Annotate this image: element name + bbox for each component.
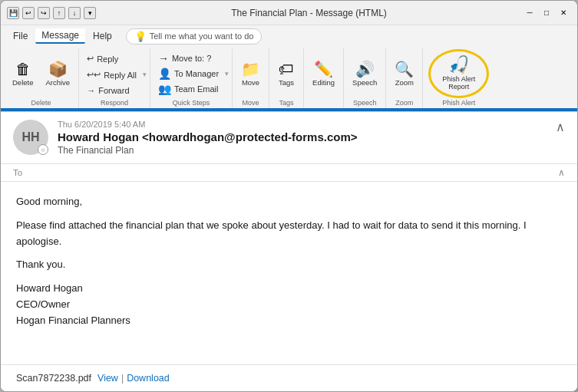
attachment-actions: View | Download (97, 373, 170, 384)
ribbon-accent (1, 108, 577, 111)
speech-button[interactable]: 🔊 Speech (347, 58, 382, 91)
delete-group-content: 🗑 Delete 📦 Archive (7, 48, 75, 96)
sender-info: Thu 6/20/2019 5:40 AM Howard Hogan <howa… (58, 120, 547, 156)
quick-steps-more-btn[interactable]: ▾ (225, 70, 229, 77)
view-link[interactable]: View (97, 373, 118, 384)
to-row: To ∧ (1, 164, 577, 182)
tell-me-text: Tell me what you want to do (150, 31, 254, 41)
phish-alert-button[interactable]: 🎣 Phish AlertReport (435, 53, 482, 94)
menu-file[interactable]: File (7, 29, 34, 43)
body-paragraph1: Please find attached the financial plan … (16, 218, 562, 250)
quick-steps-group-label: Quick Steps (150, 99, 232, 107)
reply-button[interactable]: ↩ Reply (82, 51, 141, 66)
phish-alert-group-label: Phish Alert (423, 99, 494, 107)
up-btn[interactable]: ↑ (53, 7, 65, 19)
respond-group-content: ↩ Reply ↩↩ Reply All → Forward ▾ (82, 48, 147, 97)
delete-icon: 🗑 (15, 61, 31, 77)
zoom-button[interactable]: 🔍 Zoom (389, 58, 419, 91)
reply-all-button[interactable]: ↩↩ Reply All (82, 68, 141, 82)
editing-group: ✏️ Editing e (304, 48, 344, 108)
move-to-button[interactable]: → Move to: ? (154, 51, 223, 65)
team-email-icon: 👥 (158, 83, 171, 95)
avatar-text: HH (21, 130, 39, 144)
collapse-icon[interactable]: ∧ (558, 167, 565, 178)
email-body: Good morning, Please find attached the f… (1, 182, 577, 364)
respond-more-btn[interactable]: ▾ (143, 71, 147, 78)
menu-bar: File Message Help 💡 Tell me what you wan… (1, 25, 577, 47)
forward-button[interactable]: → Forward (82, 84, 141, 97)
separator: | (121, 373, 124, 384)
move-to-icon: → (158, 52, 169, 64)
sender-email: howardhogan@protected-forms.com (149, 130, 351, 143)
close-btn[interactable]: ✕ (556, 5, 571, 21)
minimize-btn[interactable]: ─ (522, 5, 537, 21)
tell-me-box[interactable]: 💡 Tell me what you want to do (126, 28, 263, 44)
tags-group-label: Tags (269, 99, 303, 107)
quick-steps-content: → Move to: ? 👤 To Manager 👥 Team Email ▾ (154, 48, 229, 96)
tags-button[interactable]: 🏷 Tags (272, 58, 300, 91)
zoom-group-label: Zoom (386, 99, 422, 107)
team-email-button[interactable]: 👥 Team Email (154, 82, 223, 96)
sender-email-bracket: < (142, 130, 149, 143)
window-controls: ─ □ ✕ (522, 5, 571, 21)
editing-button[interactable]: ✏️ Editing (307, 58, 340, 91)
outlook-window: 💾 ↩ ↪ ↑ ↓ ▾ The Financial Plan - Message… (0, 0, 578, 392)
delete-group-label: Delete (4, 99, 78, 107)
window-title: The Financial Plan - Message (HTML) (96, 8, 522, 18)
greeting: Good morning, (16, 194, 562, 210)
thanks: Thank you. (16, 257, 562, 273)
email-meta: HH ○ Thu 6/20/2019 5:40 AM Howard Hogan … (13, 120, 565, 156)
attachment-row: Scan7872238.pdf View | Download (1, 364, 577, 391)
signature: Howard HoganCEO/OwnerHogan Financial Pla… (16, 281, 562, 328)
to-label: To (13, 168, 22, 177)
title-bar: 💾 ↩ ↪ ↑ ↓ ▾ The Financial Plan - Message… (1, 1, 577, 25)
email-subject: The Financial Plan (58, 145, 547, 156)
dropdown-btn[interactable]: ▾ (84, 7, 96, 19)
email-header-actions: ∧ (556, 120, 565, 134)
tags-group-content: 🏷 Tags (272, 48, 300, 96)
respond-group-label: Respond (79, 99, 150, 107)
move-group-label: Move (233, 99, 269, 107)
ribbon: File Message Help 💡 Tell me what you wan… (1, 25, 577, 112)
archive-button[interactable]: 📦 Archive (40, 58, 75, 91)
speech-group-label: Speech (344, 99, 385, 107)
contact-icon: ○ (41, 147, 45, 153)
phish-alert-icon: 🎣 (448, 57, 469, 74)
quick-steps-col: → Move to: ? 👤 To Manager 👥 Team Email (154, 51, 223, 96)
forward-icon: → (87, 86, 95, 95)
zoom-icon: 🔍 (395, 61, 414, 77)
respond-col: ↩ Reply ↩↩ Reply All → Forward (82, 51, 141, 97)
email-date: Thu 6/20/2019 5:40 AM (58, 120, 547, 129)
maximize-btn[interactable]: □ (539, 5, 554, 21)
move-button[interactable]: 📁 Move (236, 58, 266, 91)
move-icon: 📁 (241, 61, 260, 77)
tags-icon: 🏷 (279, 61, 294, 77)
menu-message[interactable]: Message (35, 28, 85, 44)
email-header: HH ○ Thu 6/20/2019 5:40 AM Howard Hogan … (1, 112, 577, 164)
delete-button[interactable]: 🗑 Delete (7, 58, 38, 91)
to-manager-icon: 👤 (158, 68, 171, 80)
email-from: Howard Hogan <howardhogan@protected-form… (58, 130, 547, 143)
lightbulb-icon: 💡 (134, 31, 147, 42)
quick-steps-group: → Move to: ? 👤 To Manager 👥 Team Email ▾ (150, 48, 233, 108)
down-btn[interactable]: ↓ (68, 7, 81, 19)
move-group: 📁 Move Move (233, 48, 269, 108)
speech-group-content: 🔊 Speech (347, 48, 382, 96)
to-manager-button[interactable]: 👤 To Manager (154, 67, 223, 81)
avatar: HH ○ (13, 120, 48, 155)
menu-help[interactable]: Help (87, 29, 118, 43)
redo-btn[interactable]: ↪ (38, 7, 50, 19)
phish-alert-label: Phish AlertReport (442, 75, 475, 91)
phish-alert-content: 🎣 Phish AlertReport (435, 48, 482, 96)
expand-icon[interactable]: ∧ (556, 120, 565, 134)
undo-btn[interactable]: ↩ (22, 7, 35, 19)
editing-icon: ✏️ (314, 61, 333, 77)
attachment-name: Scan7872238.pdf (16, 373, 91, 384)
delete-group: 🗑 Delete 📦 Archive Delete (4, 48, 79, 108)
respond-group: ↩ Reply ↩↩ Reply All → Forward ▾ (79, 48, 150, 108)
email-area: HH ○ Thu 6/20/2019 5:40 AM Howard Hogan … (1, 112, 577, 391)
phish-alert-group: 🎣 Phish AlertReport Phish Alert (423, 48, 494, 108)
reply-all-icon: ↩↩ (87, 70, 101, 80)
download-link[interactable]: Download (127, 373, 170, 384)
save-quick-btn[interactable]: 💾 (7, 7, 19, 19)
